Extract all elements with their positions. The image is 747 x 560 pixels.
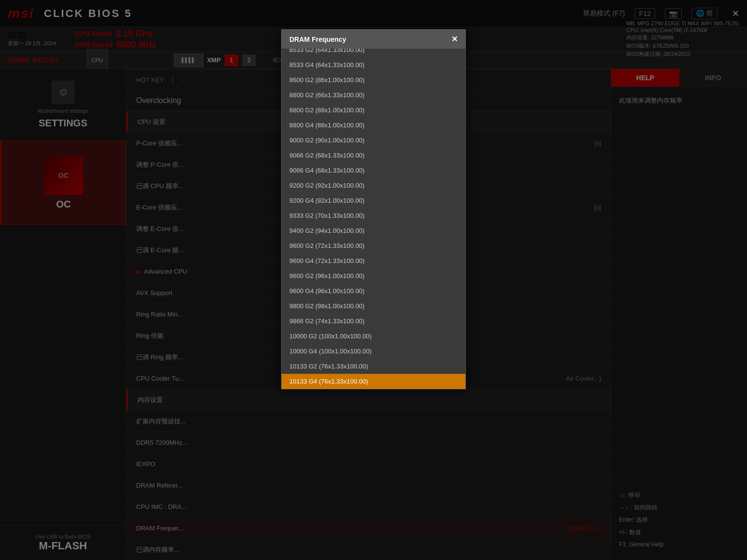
modal-overlay: DRAM Frequency ✕ 8000 G4 (80x1.00x100.00… <box>0 0 747 560</box>
freq-item[interactable]: 9200 G2 (92x1.00x100.00) <box>282 178 465 193</box>
freq-item[interactable]: 9600 G4 (96x1.00x100.00) <box>282 283 465 298</box>
freq-item[interactable]: 8800 G4 (88x1.00x100.00) <box>282 118 465 133</box>
freq-item[interactable]: 9066 G4 (68x1.33x100.00) <box>282 163 465 178</box>
freq-item[interactable]: 8600 G2 (86x1.00x100.00) <box>282 72 465 88</box>
freq-item[interactable]: 10000 G4 (100x1.00x100.00) <box>282 344 465 359</box>
freq-item[interactable]: 9333 G2 (70x1.33x100.00) <box>282 208 465 223</box>
freq-item[interactable]: 8533 G4 (64x1.33x100.00) <box>282 57 465 72</box>
freq-item[interactable]: 9866 G2 (74x1.33x100.00) <box>282 314 465 329</box>
freq-item[interactable]: 9600 G4 (72x1.33x100.00) <box>282 253 465 268</box>
freq-item[interactable]: 9066 G2 (68x1.33x100.00) <box>282 148 465 163</box>
freq-item[interactable]: 9200 G4 (92x1.00x100.00) <box>282 193 465 208</box>
modal-header: DRAM Frequency ✕ <box>282 30 465 49</box>
modal-close-button[interactable]: ✕ <box>451 35 458 44</box>
freq-item[interactable]: 8533 G2 (64x1.33x100.00) <box>282 49 465 57</box>
freq-item[interactable]: 8800 G2 (66x1.33x100.00) <box>282 88 465 103</box>
freq-item[interactable]: 9000 G2 (90x1.00x100.00) <box>282 133 465 148</box>
freq-item[interactable]: 10133 G4 (76x1.33x100.00) <box>282 374 465 389</box>
freq-item[interactable]: 9800 G2 (98x1.00x100.00) <box>282 298 465 314</box>
modal-title: DRAM Frequency <box>289 35 346 43</box>
freq-item[interactable]: 8800 G2 (88x1.00x100.00) <box>282 103 465 118</box>
freq-item[interactable]: 9600 G2 (96x1.00x100.00) <box>282 268 465 283</box>
dram-modal: DRAM Frequency ✕ 8000 G4 (80x1.00x100.00… <box>281 29 466 389</box>
freq-item[interactable]: 10000 G2 (100x1.00x100.00) <box>282 329 465 344</box>
modal-body[interactable]: 8000 G4 (80x1.00x100.00)8200 G2 (82x1.00… <box>282 49 465 389</box>
freq-item[interactable]: 10133 G2 (76x1.33x100.00) <box>282 359 465 374</box>
freq-item[interactable]: 9600 G2 (72x1.33x100.00) <box>282 238 465 253</box>
freq-item[interactable]: 9400 G2 (94x1.00x100.00) <box>282 223 465 238</box>
